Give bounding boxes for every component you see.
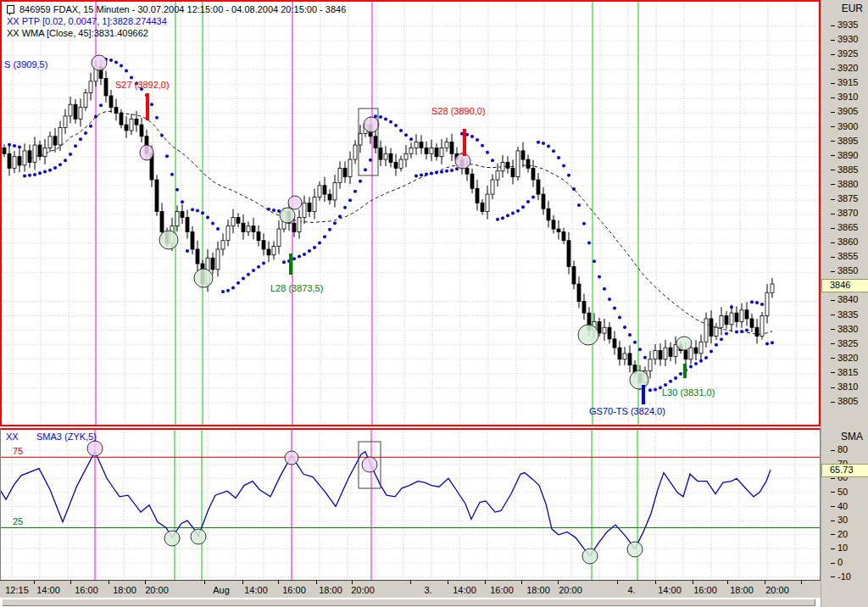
- psar-dot: [64, 159, 67, 162]
- candle-body: [465, 168, 469, 174]
- psar-dot: [364, 168, 367, 171]
- candle-body: [292, 223, 296, 231]
- psar-dot: [394, 124, 398, 127]
- candle-body: [496, 171, 499, 180]
- psar-dot: [425, 172, 428, 175]
- candle-body: [303, 203, 306, 217]
- candle-body: [226, 226, 230, 241]
- psar-dot: [318, 241, 321, 244]
- psar-dot: [481, 144, 484, 148]
- candle-body: [491, 180, 494, 194]
- time-axis[interactable]: 12:1514:0016:0018:0020:00Aug14:0016:0018…: [0, 580, 821, 598]
- candle-body: [8, 153, 11, 168]
- psar-dot: [160, 134, 164, 137]
- scrollbar-thumb[interactable]: [2, 599, 815, 606]
- signal-circle-green: [630, 370, 648, 389]
- price-tick-label: 3895: [831, 136, 858, 146]
- psar-dot: [628, 333, 632, 337]
- psar-dot: [186, 249, 189, 253]
- price-tick-label: 3860: [831, 237, 858, 247]
- psar-dot: [399, 129, 403, 132]
- psar-dot: [679, 372, 682, 376]
- psar-dot: [491, 159, 494, 162]
- signal-circle-green: [280, 208, 295, 223]
- candle-body: [440, 148, 443, 156]
- price-tick-label: 3935: [831, 19, 858, 30]
- candle-body: [450, 142, 453, 154]
- psar-dot: [694, 362, 698, 365]
- psar-dot: [303, 253, 306, 256]
- price-tick-label: 3835: [831, 309, 858, 320]
- candle-body: [394, 163, 398, 169]
- candle-body: [3, 148, 6, 153]
- time-tick-mark: [558, 581, 559, 584]
- time-tick-label: 16:00: [282, 585, 306, 595]
- psar-dot: [750, 300, 754, 304]
- price-chart-svg[interactable]: S (3909,5)S27 (3892,0)S28 (3890,0)L28 (3…: [2, 2, 819, 425]
- price-chart-panel[interactable]: 846959 FDAX, 15 Minuten - 30.07.2004 12:…: [0, 0, 821, 426]
- psar-dot: [201, 211, 204, 214]
- psar-dot: [476, 138, 479, 142]
- candle-body: [277, 229, 281, 246]
- psar-dot: [557, 156, 560, 159]
- psar-dot: [654, 387, 657, 391]
- psar-dot: [216, 227, 220, 231]
- psar-dot: [252, 269, 255, 272]
- candle-body: [298, 217, 301, 231]
- time-tick-label: 4.: [627, 585, 635, 595]
- wma-line: [30, 111, 772, 334]
- candle-body: [109, 96, 113, 108]
- time-tick-label: 3.: [424, 585, 431, 595]
- candle-body: [267, 249, 270, 255]
- psar-dot: [526, 200, 530, 203]
- oscillator-tick-label: 40: [831, 501, 848, 511]
- pin-icon[interactable]: [7, 5, 14, 14]
- chart-title: 846959 FDAX, 15 Minuten - 30.07.2004 12:…: [7, 4, 346, 14]
- candle-body: [745, 310, 748, 319]
- psar-dot: [613, 307, 616, 310]
- candle-body: [415, 142, 418, 148]
- time-tick-mark: [242, 581, 243, 584]
- psar-dot: [23, 174, 26, 177]
- candle-body: [709, 319, 713, 336]
- psar-dot: [501, 216, 504, 220]
- candle-body: [582, 301, 586, 313]
- psar-dot: [674, 376, 677, 380]
- candle-body: [740, 310, 743, 322]
- psar-dot: [48, 169, 52, 172]
- time-tick-mark: [485, 581, 486, 584]
- signal-label: S27 (3892,0): [115, 80, 170, 90]
- candle-body: [445, 142, 448, 148]
- candle-body: [231, 217, 235, 226]
- price-tick-label: 3825: [831, 338, 858, 348]
- oscillator-chart-svg[interactable]: [1, 430, 820, 580]
- candle-body: [130, 119, 133, 131]
- oscillator-panel[interactable]: XX SMA3 (ZYK,5) 75 25: [0, 428, 821, 581]
- candle-body: [379, 148, 382, 159]
- candle-body: [623, 354, 626, 359]
- candle-body: [384, 153, 387, 159]
- psar-dot: [587, 241, 591, 244]
- price-tick-label: 3905: [831, 106, 858, 116]
- price-axis[interactable]: 3935393039253920391539103905390038953890…: [821, 0, 868, 426]
- time-tick-label: 20:00: [765, 585, 789, 595]
- time-tick-label: 12:15: [5, 585, 29, 595]
- time-tick-label: 16:00: [693, 585, 717, 595]
- candle-body: [486, 194, 489, 211]
- psar-dot: [114, 60, 118, 64]
- signal-circle-pink: [288, 196, 302, 209]
- candle-body: [236, 217, 240, 223]
- psar-dot: [120, 64, 123, 68]
- psar-dot: [389, 120, 392, 124]
- time-tick-mark: [521, 581, 522, 584]
- price-tick-label: 3820: [831, 353, 858, 363]
- candle-body: [628, 354, 632, 365]
- time-tick-mark: [655, 581, 656, 584]
- price-tick-label: 3810: [831, 381, 858, 392]
- candle-body: [69, 104, 72, 116]
- candle-body: [242, 223, 245, 231]
- oscillator-axis[interactable]: 80706050403020100-10: [821, 428, 868, 581]
- candle-body: [430, 148, 433, 153]
- psar-dot: [343, 206, 347, 209]
- candle-body: [84, 93, 87, 108]
